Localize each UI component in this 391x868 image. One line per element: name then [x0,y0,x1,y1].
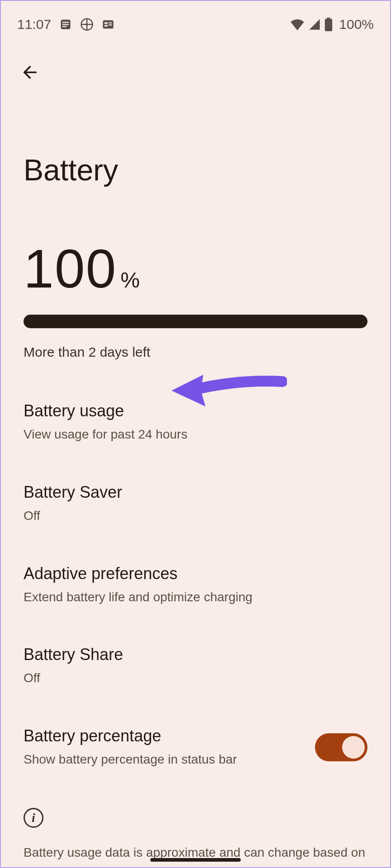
svg-rect-11 [325,19,332,31]
info-block: i Battery usage data is approximate and … [1,788,390,868]
page-title: Battery [1,85,390,187]
battery-percentage-toggle[interactable] [315,733,367,761]
toggle-knob [342,736,365,759]
messages-icon [59,18,72,31]
item-subtitle: Off [24,670,367,687]
item-battery-saver[interactable]: Battery Saver Off [24,463,367,544]
info-icon: i [24,808,43,828]
status-battery-pct: 100% [339,17,374,32]
item-title: Battery Share [24,645,367,664]
item-title: Battery usage [24,401,367,420]
svg-rect-7 [109,22,112,23]
item-battery-percentage[interactable]: Battery percentage Show battery percenta… [24,707,367,788]
svg-rect-8 [109,24,112,25]
svg-rect-5 [103,20,113,29]
item-battery-share[interactable]: Battery Share Off [24,625,367,707]
settings-list: Battery usage View usage for past 24 hou… [1,360,390,788]
battery-estimate: More than 2 days left [24,344,367,360]
svg-rect-2 [62,24,69,25]
battery-icon [324,18,333,31]
item-adaptive-preferences[interactable]: Adaptive preferences Extend battery life… [24,544,367,626]
back-button[interactable] [17,60,43,85]
svg-rect-3 [62,26,67,27]
status-left: 11:07 [17,17,114,32]
arrow-back-icon [20,62,40,82]
status-bar: 11:07 100% [1,1,390,37]
svg-rect-9 [105,25,108,26]
news-icon [102,18,114,31]
battery-progress-bar [24,315,367,328]
item-subtitle: View usage for past 24 hours [24,426,367,443]
battery-display: 100 % More than 2 days left [1,187,390,360]
item-subtitle: Show battery percentage in status bar [24,751,304,768]
item-title: Battery Saver [24,483,367,502]
photos-icon [80,18,94,31]
battery-number: 100 [24,241,117,296]
item-battery-usage[interactable]: Battery usage View usage for past 24 hou… [24,382,367,463]
item-title: Adaptive preferences [24,564,367,583]
svg-rect-1 [62,22,69,23]
battery-progress-fill [24,315,367,328]
svg-rect-10 [327,18,330,19]
svg-point-4 [86,24,88,26]
toolbar [1,37,390,85]
wifi-icon [290,18,305,31]
battery-value: 100 % [24,241,367,296]
item-title: Battery percentage [24,726,304,745]
item-subtitle: Off [24,507,367,524]
status-right: 100% [290,17,374,32]
battery-percent-symbol: % [120,268,140,292]
nav-handle[interactable] [150,858,241,862]
svg-rect-6 [105,22,108,24]
item-subtitle: Extend battery life and optimize chargin… [24,589,367,606]
info-text: Battery usage data is approximate and ca… [24,843,367,868]
cell-signal-icon [308,18,321,31]
status-time: 11:07 [17,17,51,32]
